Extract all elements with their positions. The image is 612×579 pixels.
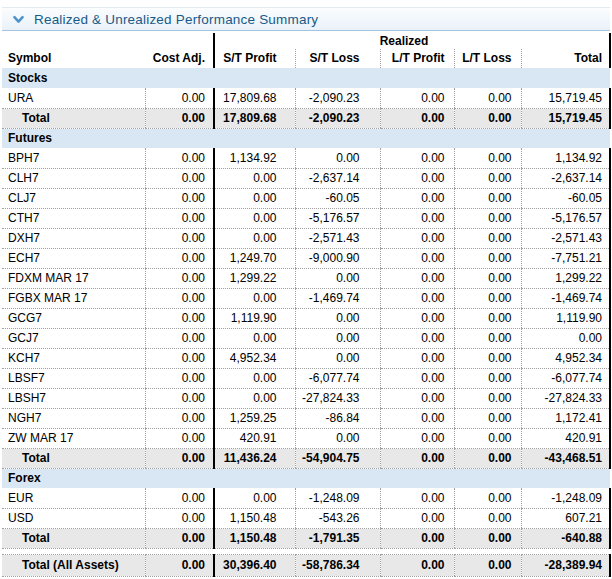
table-row: ECH70.001,249.70-9,000.900.000.00-7,751.… [2, 248, 610, 268]
value-cell: -9,000.90 [295, 248, 380, 268]
section-label: Stocks [2, 68, 610, 88]
value-cell: 0.00 [454, 168, 521, 188]
column-header-cost-adj: Cost Adj. [145, 49, 214, 68]
panel-title: Realized & Unrealized Performance Summar… [34, 12, 318, 27]
value-cell: 0.00 [295, 308, 380, 328]
performance-summary-panel: Realized & Unrealized Performance Summar… [2, 7, 610, 577]
value-cell: -60.05 [295, 188, 380, 208]
grand-total-value-cell: 0.00 [380, 554, 454, 576]
section-total-value-cell: 0.00 [380, 108, 454, 128]
group-header-spacer [521, 33, 610, 49]
chevron-down-icon[interactable] [12, 13, 25, 26]
table-row: BPH70.001,134.920.000.000.001,134.92 [2, 148, 610, 168]
value-cell: 420.91 [521, 428, 610, 448]
value-cell: 0.00 [521, 328, 610, 348]
section-total-value-cell: -640.88 [521, 528, 610, 548]
value-cell: -27,824.33 [521, 388, 610, 408]
table-row: GCG70.001,119.900.000.000.001,119.90 [2, 308, 610, 328]
value-cell: -6,077.74 [521, 368, 610, 388]
value-cell: 0.00 [454, 228, 521, 248]
value-cell: 0.00 [454, 508, 521, 528]
value-cell: 0.00 [454, 308, 521, 328]
value-cell: 0.00 [380, 388, 454, 408]
value-cell: -27,824.33 [295, 388, 380, 408]
performance-table: Realized Symbol Cost Adj. S/T Profit S/T… [2, 33, 611, 577]
value-cell: 0.00 [145, 508, 214, 528]
value-cell: 0.00 [454, 328, 521, 348]
value-cell: 17,809.68 [214, 88, 295, 108]
value-cell: -6,077.74 [295, 368, 380, 388]
value-cell: -1,248.09 [295, 488, 380, 508]
section-total-label: Total [2, 448, 145, 468]
value-cell: 0.00 [380, 288, 454, 308]
value-cell: -60.05 [521, 188, 610, 208]
value-cell: 0.00 [380, 308, 454, 328]
value-cell: 0.00 [454, 488, 521, 508]
symbol-cell: CLJ7 [2, 188, 145, 208]
grand-total-value-cell: 0.00 [145, 554, 214, 576]
value-cell: 0.00 [214, 168, 295, 188]
value-cell: 1,134.92 [214, 148, 295, 168]
value-cell: 0.00 [454, 368, 521, 388]
section-total-value-cell: -2,090.23 [295, 108, 380, 128]
value-cell: 0.00 [214, 388, 295, 408]
value-cell: 0.00 [454, 88, 521, 108]
section-total-value-cell: 0.00 [145, 448, 214, 468]
value-cell: 0.00 [454, 288, 521, 308]
value-cell: 0.00 [380, 228, 454, 248]
value-cell: 1,259.25 [214, 408, 295, 428]
section-total-row: Total0.001,150.48-1,791.350.000.00-640.8… [2, 528, 610, 548]
section-header-row: Stocks [2, 68, 610, 88]
symbol-cell: DXH7 [2, 228, 145, 248]
table-row: URA0.0017,809.68-2,090.230.000.0015,719.… [2, 88, 610, 108]
value-cell: 0.00 [295, 268, 380, 288]
value-cell: 0.00 [214, 208, 295, 228]
column-header-lt-loss: L/T Loss [454, 49, 521, 68]
table-row: DXH70.000.00-2,571.430.000.00-2,571.43 [2, 228, 610, 248]
column-header-symbol: Symbol [2, 49, 145, 68]
value-cell: -1,469.74 [521, 288, 610, 308]
value-cell: 0.00 [214, 328, 295, 348]
value-cell: 0.00 [145, 328, 214, 348]
section-total-row: Total0.0017,809.68-2,090.230.000.0015,71… [2, 108, 610, 128]
table-row: ZW MAR 170.00420.910.000.000.00420.91 [2, 428, 610, 448]
value-cell: 0.00 [380, 248, 454, 268]
value-cell: 1,299.22 [521, 268, 610, 288]
column-header-lt-profit: L/T Profit [380, 49, 454, 68]
symbol-cell: CTH7 [2, 208, 145, 228]
value-cell: 0.00 [145, 268, 214, 288]
section-total-value-cell: 0.00 [145, 528, 214, 548]
summary-title-bar[interactable]: Realized & Unrealized Performance Summar… [2, 7, 610, 31]
grand-total-row: Total (All Assets)0.0030,396.40-58,786.3… [2, 554, 610, 576]
value-cell: -2,571.43 [521, 228, 610, 248]
value-cell: 0.00 [145, 408, 214, 428]
value-cell: -5,176.57 [295, 208, 380, 228]
symbol-cell: FGBX MAR 17 [2, 288, 145, 308]
symbol-cell: LBSF7 [2, 368, 145, 388]
group-header-row: Realized [2, 33, 610, 49]
grand-total-value-cell: -28,389.94 [521, 554, 610, 576]
symbol-cell: NGH7 [2, 408, 145, 428]
value-cell: 0.00 [454, 388, 521, 408]
value-cell: 0.00 [380, 428, 454, 448]
value-cell: 420.91 [214, 428, 295, 448]
value-cell: 0.00 [145, 488, 214, 508]
value-cell: 0.00 [454, 428, 521, 448]
value-cell: -2,637.14 [295, 168, 380, 188]
value-cell: 607.21 [521, 508, 610, 528]
symbol-cell: KCH7 [2, 348, 145, 368]
section-total-value-cell: 15,719.45 [521, 108, 610, 128]
value-cell: 1,299.22 [214, 268, 295, 288]
section-total-value-cell: 0.00 [454, 448, 521, 468]
value-cell: 0.00 [145, 188, 214, 208]
section-header-row: Futures [2, 128, 610, 148]
group-header-spacer [2, 33, 214, 49]
table-row: FDXM MAR 170.001,299.220.000.000.001,299… [2, 268, 610, 288]
value-cell: 0.00 [380, 148, 454, 168]
section-total-value-cell: 0.00 [454, 528, 521, 548]
value-cell: 0.00 [145, 228, 214, 248]
table-row: CTH70.000.00-5,176.570.000.00-5,176.57 [2, 208, 610, 228]
value-cell: 0.00 [145, 348, 214, 368]
value-cell: 0.00 [145, 308, 214, 328]
symbol-cell: GCG7 [2, 308, 145, 328]
